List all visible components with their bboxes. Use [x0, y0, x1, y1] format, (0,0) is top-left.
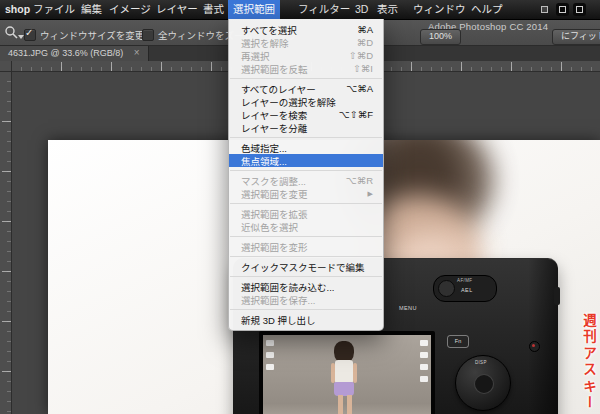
menu-item-inverse[interactable]: 選択範囲を反転⇧⌘I	[229, 62, 383, 75]
checkbox-icon	[142, 29, 154, 41]
menubar-item-select[interactable]: 選択範囲	[228, 0, 280, 19]
submenu-arrow-icon: ▶	[360, 190, 373, 198]
status-glyph-icon	[541, 6, 548, 13]
menu-item-transform-selection[interactable]: 選択範囲を変形	[229, 240, 383, 253]
menu-separator	[230, 78, 382, 79]
menu-separator	[230, 137, 382, 138]
magnifier-icon	[4, 25, 18, 40]
tab-close-icon[interactable]: ×	[134, 47, 140, 58]
fit-screen-button[interactable]: にフィット	[552, 29, 600, 45]
resize-windows-checkbox[interactable]: ウィンドウサイズを変更	[24, 28, 144, 42]
menubar-item-filter[interactable]: フィルター	[293, 0, 355, 19]
menu-item-reselect[interactable]: 再選択⇧⌘D	[229, 49, 383, 62]
menu-item-similar[interactable]: 近似色を選択	[229, 220, 383, 233]
menubar-item-edit[interactable]: 編集	[76, 0, 107, 19]
vertical-ruler[interactable]	[0, 71, 12, 414]
menu-item-all-layers[interactable]: すべてのレイヤー⌥⌘A	[229, 82, 383, 95]
menubar-status-icon-3[interactable]	[573, 3, 586, 16]
menubar-item-view[interactable]: 表示	[372, 0, 403, 19]
camera-fn-button: Fn	[447, 335, 469, 348]
ruler-ticks	[0, 71, 11, 414]
menu-item-isolate-layers[interactable]: レイヤーを分離	[229, 121, 383, 134]
status-glyph-icon	[576, 6, 583, 13]
document-tab[interactable]: 4631.JPG @ 33.6% (RGB/8) ×	[0, 45, 149, 61]
camera-strap-lug	[554, 287, 560, 305]
menubar-item-3d[interactable]: 3D	[350, 0, 373, 19]
camera-menu-label: MENU	[399, 305, 417, 311]
camera-ael-label: AEL	[461, 287, 473, 293]
menubar-status-icon-2[interactable]	[556, 3, 569, 16]
checkbox-icon	[24, 29, 36, 41]
menu-item-quick-mask-mode[interactable]: クイックマスクモードで編集	[229, 260, 383, 273]
menu-item-save-selection[interactable]: 選択範囲を保存...	[229, 293, 383, 306]
lcd-person-arm	[353, 363, 357, 383]
menu-item-load-selection[interactable]: 選択範囲を読み込む...	[229, 280, 383, 293]
lcd-overlay-icons-left	[266, 340, 274, 376]
menu-item-select-all[interactable]: すべてを選択⌘A	[229, 23, 383, 36]
menu-item-new-3d-extrusion[interactable]: 新規 3D 押し出し	[229, 313, 383, 326]
menu-item-find-layers[interactable]: レイヤーを検索⌥⇧⌘F	[229, 108, 383, 121]
lcd-person-leg	[347, 395, 352, 414]
switch-lever-icon	[438, 280, 455, 297]
select-dropdown-menu: すべてを選択⌘A 選択を解除⌘D 再選択⇧⌘D 選択範囲を反転⇧⌘I すべてのレ…	[228, 19, 384, 331]
macos-menubar: shop ファイル 編集 イメージ レイヤー 書式 選択範囲 フィルター 3D …	[0, 0, 600, 20]
menu-item-deselect[interactable]: 選択を解除⌘D	[229, 36, 383, 49]
menubar-status-icon-1[interactable]	[538, 3, 551, 16]
menu-separator	[230, 203, 382, 204]
zoom-tool-icon[interactable]	[4, 25, 24, 40]
lcd-screen-image	[263, 335, 431, 414]
document-tab-title: 4631.JPG @ 33.6% (RGB/8)	[8, 48, 123, 58]
menubar-item-help[interactable]: ヘルプ	[466, 0, 508, 19]
camera-record-button	[529, 341, 540, 352]
camera-lcd	[259, 331, 435, 414]
ruler-corner	[0, 61, 12, 72]
lcd-person-top	[335, 360, 353, 384]
menu-item-color-range[interactable]: 色域指定...	[229, 141, 383, 154]
lcd-person	[329, 341, 361, 414]
menubar-item-type[interactable]: 書式	[198, 0, 229, 19]
menubar-item-image[interactable]: イメージ	[104, 0, 156, 19]
lcd-person-leg	[338, 395, 343, 414]
menu-separator	[230, 236, 382, 237]
menu-separator	[230, 170, 382, 171]
camera-control-dial: DISP	[455, 355, 511, 411]
menubar-item-layer[interactable]: レイヤー	[151, 0, 203, 19]
zoom-100-button[interactable]: 100%	[420, 29, 461, 45]
camera-afmf-label: AF/MF	[457, 278, 473, 283]
watermark: 週刊アスキー	[578, 313, 598, 412]
menubar-item-file[interactable]: ファイル	[28, 0, 80, 19]
lcd-person-skirt	[334, 382, 354, 396]
menu-separator	[230, 256, 382, 257]
menubar-item-window[interactable]: ウィンドウ	[408, 0, 471, 19]
camera-disp-label: DISP	[475, 360, 487, 365]
checkbox-label: ウィンドウサイズを変更	[40, 28, 144, 42]
menu-item-refine-mask[interactable]: マスクを調整...⌥⌘R	[229, 174, 383, 187]
menu-item-grow[interactable]: 選択範囲を拡張	[229, 207, 383, 220]
menu-item-deselect-layers[interactable]: レイヤーの選択を解除	[229, 95, 383, 108]
camera-grip-shading	[528, 259, 558, 414]
status-glyph-icon	[559, 6, 566, 13]
menu-item-modify-selection[interactable]: 選択範囲を変更▶	[229, 187, 383, 200]
lcd-overlay-icons-right	[420, 340, 428, 388]
menu-separator	[230, 309, 382, 310]
dial-center-button	[474, 374, 494, 394]
menu-item-focus-area[interactable]: 焦点領域...	[229, 154, 383, 167]
menu-separator	[230, 276, 382, 277]
